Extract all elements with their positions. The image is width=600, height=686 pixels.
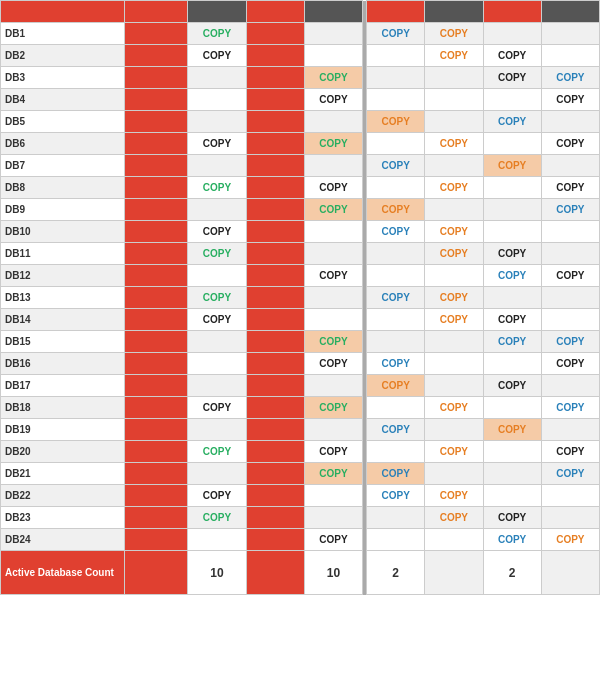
copy-label[interactable]: COPY — [381, 28, 409, 39]
cell-copy[interactable]: COPY — [188, 485, 246, 507]
copy-label[interactable]: COPY — [381, 468, 409, 479]
copy-label[interactable]: COPY — [203, 512, 231, 523]
cell-copy[interactable]: COPY — [541, 397, 599, 419]
copy-label[interactable]: COPY — [203, 28, 231, 39]
cell-copy[interactable]: COPY — [541, 133, 599, 155]
cell-copy[interactable]: COPY — [304, 397, 362, 419]
cell-copy[interactable]: COPY — [188, 287, 246, 309]
cell-copy[interactable]: COPY — [541, 177, 599, 199]
copy-label[interactable]: COPY — [556, 204, 584, 215]
copy-label[interactable]: COPY — [556, 402, 584, 413]
copy-label[interactable]: COPY — [203, 50, 231, 61]
copy-label[interactable]: COPY — [440, 182, 468, 193]
copy-label[interactable]: COPY — [203, 314, 231, 325]
cell-copy[interactable]: COPY — [483, 111, 541, 133]
cell-copy[interactable]: COPY — [483, 265, 541, 287]
cell-copy[interactable]: COPY — [367, 419, 425, 441]
cell-copy[interactable]: COPY — [367, 199, 425, 221]
copy-label[interactable]: COPY — [556, 94, 584, 105]
cell-copy[interactable]: COPY — [425, 243, 483, 265]
copy-label[interactable]: COPY — [440, 402, 468, 413]
cell-copy[interactable]: COPY — [188, 309, 246, 331]
copy-label[interactable]: COPY — [440, 28, 468, 39]
copy-label[interactable]: COPY — [319, 182, 347, 193]
copy-label[interactable]: COPY — [381, 226, 409, 237]
copy-label[interactable]: COPY — [440, 512, 468, 523]
cell-copy[interactable]: COPY — [483, 155, 541, 177]
cell-copy[interactable]: COPY — [304, 441, 362, 463]
cell-copy[interactable]: COPY — [188, 243, 246, 265]
copy-label[interactable]: COPY — [319, 402, 347, 413]
copy-label[interactable]: COPY — [498, 270, 526, 281]
cell-copy[interactable]: COPY — [304, 133, 362, 155]
copy-label[interactable]: COPY — [319, 468, 347, 479]
cell-copy[interactable]: COPY — [188, 397, 246, 419]
copy-label[interactable]: COPY — [319, 204, 347, 215]
cell-copy[interactable]: COPY — [304, 199, 362, 221]
copy-label[interactable]: COPY — [319, 336, 347, 347]
cell-copy[interactable]: COPY — [304, 331, 362, 353]
copy-label[interactable]: COPY — [440, 446, 468, 457]
copy-label[interactable]: COPY — [498, 424, 526, 435]
cell-copy[interactable]: COPY — [541, 441, 599, 463]
copy-label[interactable]: COPY — [319, 94, 347, 105]
copy-label[interactable]: COPY — [319, 358, 347, 369]
cell-copy[interactable]: COPY — [483, 507, 541, 529]
copy-label[interactable]: COPY — [498, 512, 526, 523]
cell-copy[interactable]: COPY — [188, 23, 246, 45]
copy-label[interactable]: COPY — [381, 116, 409, 127]
copy-label[interactable]: COPY — [498, 314, 526, 325]
copy-label[interactable]: COPY — [440, 292, 468, 303]
copy-label[interactable]: COPY — [440, 226, 468, 237]
copy-label[interactable]: COPY — [556, 446, 584, 457]
copy-label[interactable]: COPY — [440, 138, 468, 149]
cell-copy[interactable]: COPY — [483, 331, 541, 353]
cell-copy[interactable]: COPY — [425, 45, 483, 67]
cell-copy[interactable]: COPY — [188, 507, 246, 529]
copy-label[interactable]: COPY — [498, 50, 526, 61]
cell-copy[interactable]: COPY — [188, 133, 246, 155]
cell-copy[interactable]: COPY — [483, 375, 541, 397]
cell-copy[interactable]: COPY — [483, 529, 541, 551]
cell-copy[interactable]: COPY — [367, 111, 425, 133]
cell-copy[interactable]: COPY — [304, 353, 362, 375]
cell-copy[interactable]: COPY — [425, 221, 483, 243]
copy-label[interactable]: COPY — [556, 270, 584, 281]
copy-label[interactable]: COPY — [319, 534, 347, 545]
cell-copy[interactable]: COPY — [541, 331, 599, 353]
cell-copy[interactable]: COPY — [541, 67, 599, 89]
copy-label[interactable]: COPY — [381, 424, 409, 435]
copy-label[interactable]: COPY — [319, 72, 347, 83]
copy-label[interactable]: COPY — [381, 358, 409, 369]
copy-label[interactable]: COPY — [556, 72, 584, 83]
copy-label[interactable]: COPY — [498, 534, 526, 545]
copy-label[interactable]: COPY — [498, 380, 526, 391]
cell-copy[interactable]: COPY — [304, 177, 362, 199]
cell-copy[interactable]: COPY — [541, 199, 599, 221]
cell-copy[interactable]: COPY — [188, 177, 246, 199]
copy-label[interactable]: COPY — [556, 358, 584, 369]
copy-label[interactable]: COPY — [203, 182, 231, 193]
cell-copy[interactable]: COPY — [304, 67, 362, 89]
copy-label[interactable]: COPY — [203, 138, 231, 149]
copy-label[interactable]: COPY — [381, 292, 409, 303]
copy-label[interactable]: COPY — [381, 490, 409, 501]
cell-copy[interactable]: COPY — [304, 89, 362, 111]
copy-label[interactable]: COPY — [556, 138, 584, 149]
copy-label[interactable]: COPY — [440, 490, 468, 501]
copy-label[interactable]: COPY — [203, 292, 231, 303]
cell-copy[interactable]: COPY — [188, 441, 246, 463]
copy-label[interactable]: COPY — [319, 270, 347, 281]
cell-copy[interactable]: COPY — [188, 221, 246, 243]
cell-copy[interactable]: COPY — [367, 463, 425, 485]
copy-label[interactable]: COPY — [498, 248, 526, 259]
cell-copy[interactable]: COPY — [304, 529, 362, 551]
cell-copy[interactable]: COPY — [367, 353, 425, 375]
copy-label[interactable]: COPY — [498, 72, 526, 83]
copy-label[interactable]: COPY — [319, 138, 347, 149]
cell-copy[interactable]: COPY — [425, 441, 483, 463]
cell-copy[interactable]: COPY — [367, 155, 425, 177]
copy-label[interactable]: COPY — [381, 204, 409, 215]
copy-label[interactable]: COPY — [556, 336, 584, 347]
copy-label[interactable]: COPY — [440, 248, 468, 259]
